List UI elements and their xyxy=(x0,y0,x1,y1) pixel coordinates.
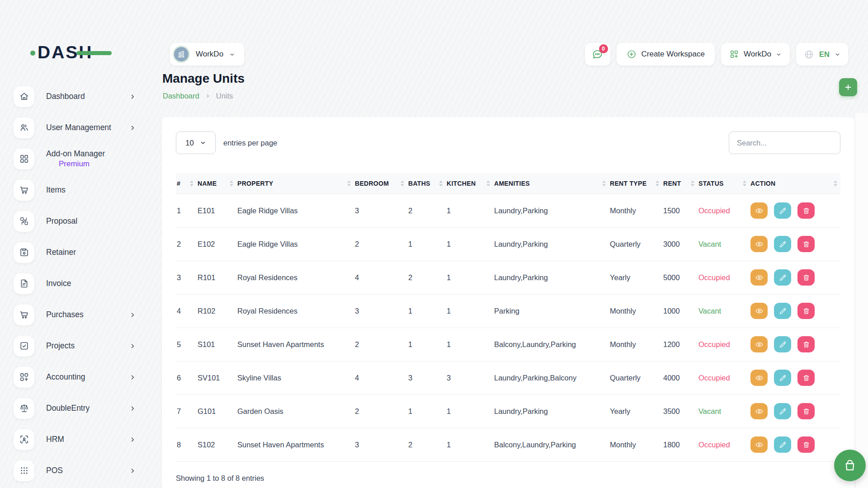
cell-actions xyxy=(750,394,840,428)
cell-rent: 1800 xyxy=(662,428,698,461)
edit-button[interactable] xyxy=(774,202,791,219)
sidebar-item-doubleentry[interactable]: DoubleEntry xyxy=(14,398,136,419)
home-icon xyxy=(14,86,34,107)
create-workspace-button[interactable]: Create Workspace xyxy=(617,43,715,66)
workspace-switcher[interactable]: WorkDo xyxy=(170,43,244,66)
view-button[interactable] xyxy=(750,202,768,219)
column-header-amenities[interactable]: AMENITIES xyxy=(493,173,609,194)
cell-actions xyxy=(750,428,840,461)
scale-icon xyxy=(14,398,34,419)
pencil-icon xyxy=(778,340,787,349)
logo-dot xyxy=(30,51,35,56)
view-button[interactable] xyxy=(750,269,768,286)
view-button[interactable] xyxy=(750,403,768,419)
chevron-down-icon xyxy=(835,52,840,57)
floating-shop-button[interactable] xyxy=(834,450,866,481)
cell-actions xyxy=(750,261,840,294)
sidebar-item-pos[interactable]: POS xyxy=(14,460,136,481)
view-button[interactable] xyxy=(750,336,768,352)
column-header-rent[interactable]: RENT xyxy=(662,173,698,194)
page-size-select[interactable]: 10 xyxy=(176,131,216,154)
chevron-right-icon xyxy=(129,405,136,412)
cell-kitchen: 1 xyxy=(446,227,493,261)
cell-baths: 2 xyxy=(407,428,446,461)
sidebar-item-items[interactable]: Items xyxy=(14,179,136,201)
edit-button[interactable] xyxy=(774,269,791,286)
column-header-name[interactable]: NAME xyxy=(197,173,236,194)
language-label: EN xyxy=(819,50,830,59)
workspace-menu-button[interactable]: WorkDo xyxy=(721,43,790,66)
eye-icon xyxy=(755,374,764,382)
view-button[interactable] xyxy=(750,303,768,319)
cell-baths: 1 xyxy=(407,294,446,328)
language-selector[interactable]: EN xyxy=(796,43,848,66)
delete-button[interactable] xyxy=(797,336,815,352)
sidebar-item-purchases[interactable]: Purchases xyxy=(14,304,136,325)
column-header-status[interactable]: STATUS xyxy=(698,173,750,194)
trash-icon xyxy=(802,441,811,449)
cell-bedroom: 2 xyxy=(354,328,407,361)
delete-button[interactable] xyxy=(797,303,815,319)
sidebar-item-invoice[interactable]: Invoice xyxy=(14,273,136,294)
cell-rent-type: Monthly xyxy=(609,194,662,227)
delete-button[interactable] xyxy=(797,436,815,453)
chevron-down-icon xyxy=(200,140,206,146)
edit-button[interactable] xyxy=(774,336,791,352)
cell-amenities: Laundry,Parking xyxy=(493,394,609,428)
page-size-value: 10 xyxy=(185,139,193,147)
edit-button[interactable] xyxy=(774,303,791,319)
messages-button[interactable]: 0 xyxy=(585,43,610,66)
table-row: 3 R101 Royal Residences 4 2 1 Laundry,Pa… xyxy=(176,261,840,294)
sidebar-item-retainer[interactable]: Retainer xyxy=(14,242,136,263)
sidebar-item-projects[interactable]: Projects xyxy=(14,335,136,357)
edit-button[interactable] xyxy=(774,370,791,386)
scrollbar-track[interactable] xyxy=(855,113,868,488)
sort-icon xyxy=(743,180,746,186)
delete-button[interactable] xyxy=(797,202,815,219)
search-input[interactable] xyxy=(729,131,840,154)
edit-button[interactable] xyxy=(774,403,791,419)
delete-button[interactable] xyxy=(797,236,815,252)
cell-property: Sunset Haven Apartments xyxy=(236,328,354,361)
cell-baths: 2 xyxy=(407,261,446,294)
sidebar-item-hrm[interactable]: HRM xyxy=(14,429,136,450)
column-header-baths[interactable]: BATHS xyxy=(407,173,446,194)
delete-button[interactable] xyxy=(797,370,815,386)
pencil-icon xyxy=(778,240,787,249)
cell-amenities: Laundry,Parking xyxy=(493,194,609,227)
column-header-action[interactable]: ACTION xyxy=(750,173,840,194)
breadcrumb-dashboard[interactable]: Dashboard xyxy=(163,92,199,100)
brand-logo[interactable]: DASH xyxy=(38,43,114,63)
column-header--[interactable]: # xyxy=(176,173,197,194)
sidebar-item-label: User Management xyxy=(46,123,111,132)
column-header-kitchen[interactable]: KITCHEN xyxy=(446,173,493,194)
eye-icon xyxy=(755,240,764,249)
delete-button[interactable] xyxy=(797,269,815,286)
sidebar-item-proposal[interactable]: Proposal xyxy=(14,211,136,232)
sidebar-item-sublabel: Premium xyxy=(46,159,136,169)
sidebar-item-accounting[interactable]: Accounting xyxy=(14,366,136,388)
table-row: 6 SV101 Skyline Villas 4 3 3 Laundry,Par… xyxy=(176,361,840,394)
cell-kitchen: 1 xyxy=(446,394,493,428)
column-header-rent-type[interactable]: RENT TYPE xyxy=(609,173,662,194)
view-button[interactable] xyxy=(750,236,768,252)
sidebar-item-add-on-manager[interactable]: Add-on Manager Premium xyxy=(14,148,136,169)
sidebar-item-user-management[interactable]: User Management xyxy=(14,117,136,138)
column-header-property[interactable]: PROPERTY xyxy=(236,173,354,194)
globe-icon xyxy=(804,49,814,60)
eye-icon xyxy=(755,307,764,315)
status-badge: Vacant xyxy=(698,294,750,328)
chevron-right-icon xyxy=(129,468,136,474)
view-button[interactable] xyxy=(750,370,768,386)
edit-button[interactable] xyxy=(774,436,791,453)
add-unit-button[interactable] xyxy=(839,78,857,96)
view-button[interactable] xyxy=(750,436,768,453)
edit-button[interactable] xyxy=(774,236,791,252)
file-icon xyxy=(14,273,34,294)
delete-button[interactable] xyxy=(797,403,815,419)
pencil-icon xyxy=(778,307,787,315)
check-square-icon xyxy=(14,336,34,357)
sidebar-item-dashboard[interactable]: Dashboard xyxy=(14,86,136,107)
column-header-bedroom[interactable]: BEDROOM xyxy=(354,173,407,194)
sidebar-item-label: DoubleEntry xyxy=(46,404,90,413)
